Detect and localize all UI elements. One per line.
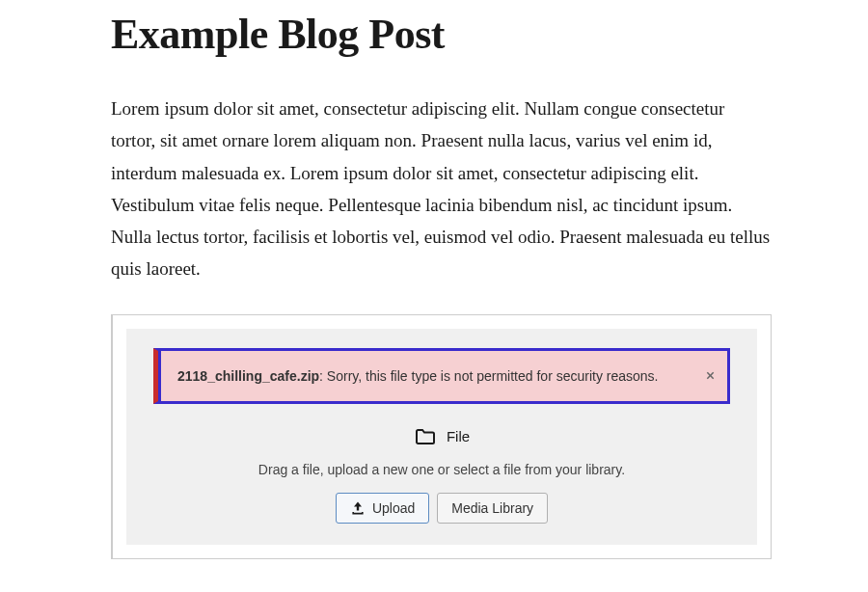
upload-button-label: Upload — [372, 500, 415, 516]
dismiss-error-button[interactable] — [703, 366, 718, 386]
upload-error-notice: 2118_chilling_cafe.zip: Sorry, this file… — [153, 348, 730, 404]
folder-icon — [414, 425, 437, 448]
upload-icon — [350, 500, 366, 516]
error-message: : Sorry, this file type is not permitted… — [319, 368, 658, 384]
upload-button[interactable]: Upload — [336, 493, 429, 524]
post-title: Example Blog Post — [111, 10, 868, 59]
file-block: 2118_chilling_cafe.zip: Sorry, this file… — [126, 329, 757, 545]
file-block-wrapper[interactable]: 2118_chilling_cafe.zip: Sorry, this file… — [111, 314, 772, 559]
error-filename: 2118_chilling_cafe.zip — [177, 368, 319, 384]
post-content: Lorem ipsum dolor sit amet, consectetur … — [111, 93, 772, 285]
file-buttons: Upload Media Library — [146, 493, 738, 524]
file-block-label: File — [447, 428, 470, 444]
close-icon — [703, 368, 718, 383]
media-library-label: Media Library — [451, 500, 533, 516]
file-block-header: File — [146, 425, 738, 448]
file-instructions: Drag a file, upload a new one or select … — [146, 462, 738, 477]
media-library-button[interactable]: Media Library — [437, 493, 548, 524]
